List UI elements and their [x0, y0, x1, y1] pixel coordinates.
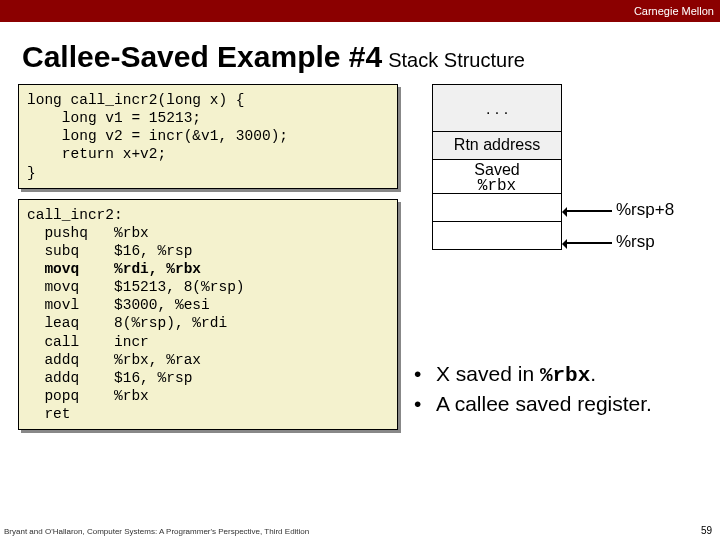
page-subtitle: Stack Structure — [388, 49, 525, 72]
bullet-2: • A callee saved register. — [414, 390, 652, 418]
content: long call_incr2(long x) { long v1 = 1521… — [0, 84, 720, 430]
c-code-box: long call_incr2(long x) { long v1 = 1521… — [18, 84, 398, 189]
arrow-rsp8 — [564, 210, 612, 212]
bullet-dot: • — [414, 360, 436, 390]
bullet-list: • X saved in %rbx. • A callee saved regi… — [414, 360, 652, 419]
label-rsp: %rsp — [616, 232, 655, 252]
saved-line2: %rbx — [478, 177, 516, 195]
saved-line1: Saved — [474, 161, 519, 178]
left-column: long call_incr2(long x) { long v1 = 1521… — [18, 84, 398, 430]
arrow-rsp — [564, 242, 612, 244]
bullet-2-text: A callee saved register. — [436, 390, 652, 418]
page-number: 59 — [701, 525, 712, 536]
stack-saved: Saved %rbx — [432, 160, 562, 194]
label-rsp8: %rsp+8 — [616, 200, 674, 220]
brand-bar: Carnegie Mellon — [0, 0, 720, 22]
stack-rtn: Rtn address — [432, 132, 562, 160]
stack-diagram: . . . Rtn address Saved %rbx — [432, 84, 562, 250]
bullet-dot: • — [414, 390, 436, 418]
bullet-1-text: X saved in %rbx. — [436, 360, 596, 390]
stack-blank1 — [432, 194, 562, 222]
stack-dots: . . . — [432, 84, 562, 132]
stack-blank2 — [432, 222, 562, 250]
page-title: Callee-Saved Example #4 — [22, 40, 382, 74]
brand-text: Carnegie Mellon — [634, 5, 714, 17]
title-row: Callee-Saved Example #4 Stack Structure — [0, 22, 720, 84]
right-column: . . . Rtn address Saved %rbx %rsp+8 %rsp… — [414, 84, 702, 430]
footer-text: Bryant and O'Hallaron, Computer Systems:… — [4, 527, 309, 536]
asm-code-box: call_incr2: pushq %rbx subq $16, %rsp mo… — [18, 199, 398, 431]
c-code: long call_incr2(long x) { long v1 = 1521… — [27, 92, 288, 181]
bullet-1: • X saved in %rbx. — [414, 360, 652, 390]
